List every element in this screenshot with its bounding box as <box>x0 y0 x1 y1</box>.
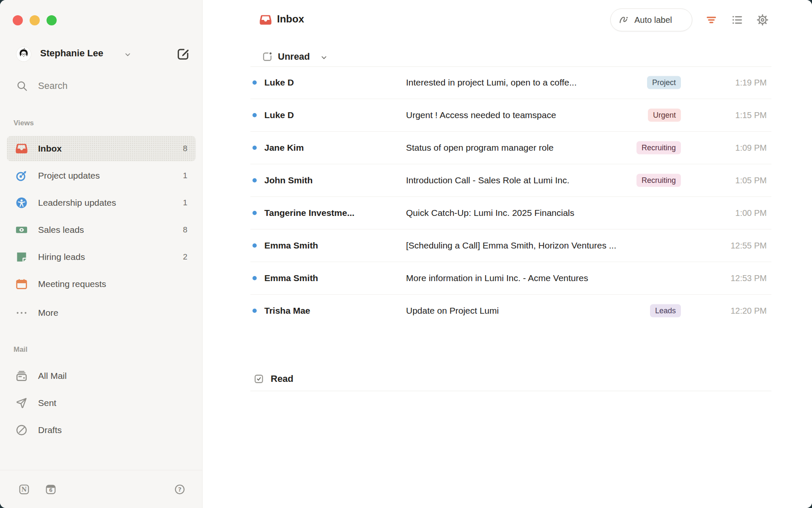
draft-icon <box>15 424 28 436</box>
mail-section-label: Mail <box>14 345 27 354</box>
sidebar-item-count: 8 <box>183 217 187 243</box>
sidebar-item-project-updates[interactable]: Project updates1 <box>7 163 196 188</box>
unread-status-icon <box>261 51 273 63</box>
email-row[interactable]: Luke DUrgent ! Access needed to teamspac… <box>250 99 771 132</box>
email-row[interactable]: Jane KimStatus of open program manager r… <box>250 132 771 164</box>
minimize-window-button[interactable] <box>30 15 40 25</box>
email-row[interactable]: John SmithIntroduction Call - Sales Role… <box>250 164 771 197</box>
email-sender: Trisha Mae <box>264 306 310 316</box>
list-divider <box>250 391 771 391</box>
unread-dot <box>252 80 257 85</box>
auto-label-button[interactable]: Auto label <box>610 8 692 31</box>
email-subject: Introduction Call - Sales Role at Lumi I… <box>406 175 569 185</box>
email-sender: Jane Kim <box>264 143 304 153</box>
sidebar-item-label: Leadership updates <box>38 190 116 215</box>
filter-button[interactable] <box>705 14 718 26</box>
sidebar-item-label: Drafts <box>38 417 62 443</box>
email-subject: Quick Catch-Up: Lumi Inc. 2025 Financial… <box>406 208 574 218</box>
note-icon <box>15 251 28 263</box>
sidebar-item-count: 2 <box>183 244 187 270</box>
sidebar: Stephanie Lee Search Views Inbox8Project… <box>0 0 203 508</box>
email-time: 1:00 PM <box>735 208 767 218</box>
email-time: 12:20 PM <box>730 306 767 316</box>
list-view-icon <box>731 14 743 26</box>
sidebar-item-hiring-leads[interactable]: Hiring leads2 <box>7 244 196 270</box>
email-sender: Tangerine Investme... <box>264 208 354 218</box>
calendar-app-icon: 6 <box>45 483 57 495</box>
email-label-badge[interactable]: Recruiting <box>636 141 681 155</box>
email-time: 1:09 PM <box>735 143 767 153</box>
sidebar-item-label: Sales leads <box>38 217 84 243</box>
email-sender: Emma Smith <box>264 240 318 251</box>
account-name[interactable]: Stephanie Lee <box>40 48 103 59</box>
main-content: Inbox Auto label Unread Luke DInterested… <box>203 0 812 508</box>
search-button[interactable]: Search <box>0 76 202 97</box>
read-checkbox-icon[interactable] <box>253 373 265 385</box>
settings-button[interactable] <box>756 14 769 26</box>
sidebar-item-all-mail[interactable]: All Mail <box>7 363 196 389</box>
sidebar-item-leadership-updates[interactable]: Leadership updates1 <box>7 190 196 215</box>
sidebar-item-drafts[interactable]: Drafts <box>7 417 196 443</box>
email-row[interactable]: Trisha MaeUpdate on Project LumiLeads12:… <box>250 295 771 327</box>
unread-dot <box>252 211 257 215</box>
help-button[interactable]: ? <box>174 483 186 495</box>
page-title: Inbox <box>277 13 304 25</box>
email-time: 1:15 PM <box>735 110 767 120</box>
email-row[interactable]: Luke DInterested in project Lumi, open t… <box>250 66 771 99</box>
email-subject: More information in Lumi Inc. - Acme Ven… <box>406 273 588 283</box>
svg-text:6: 6 <box>49 487 52 493</box>
email-list: Luke DInterested in project Lumi, open t… <box>250 66 771 327</box>
search-icon <box>16 80 28 92</box>
email-label-badge[interactable]: Recruiting <box>636 174 681 187</box>
sidebar-item-meeting-requests[interactable]: Meeting requests <box>7 271 196 297</box>
email-time: 12:53 PM <box>730 273 767 283</box>
email-sender: John Smith <box>264 175 313 185</box>
inbox-icon <box>15 142 28 155</box>
person-icon <box>15 196 28 209</box>
sidebar-item-sent[interactable]: Sent <box>7 390 196 416</box>
list-view-button[interactable] <box>731 14 743 26</box>
email-label-badge[interactable]: Project <box>647 76 681 89</box>
filter-icon <box>705 14 718 26</box>
sidebar-item-count: 8 <box>183 136 187 161</box>
email-subject: Urgent ! Access needed to teamspace <box>406 110 556 120</box>
sidebar-item-label: All Mail <box>38 363 67 389</box>
email-row[interactable]: Emma Smith[Scheduling a Call] Emma Smith… <box>250 229 771 262</box>
calendar-app-button[interactable]: 6 <box>45 483 57 495</box>
compose-icon <box>176 47 190 61</box>
chevron-down-icon[interactable] <box>320 53 328 62</box>
email-label-badge[interactable]: Urgent <box>648 109 681 122</box>
chevron-down-icon[interactable] <box>123 50 132 59</box>
email-subject: Update on Project Lumi <box>406 306 499 316</box>
close-window-button[interactable] <box>13 15 23 25</box>
zoom-window-button[interactable] <box>47 15 57 25</box>
money-icon <box>15 224 28 236</box>
email-row[interactable]: Emma SmithMore information in Lumi Inc. … <box>250 262 771 295</box>
help-icon: ? <box>174 483 186 495</box>
email-time: 1:19 PM <box>735 78 767 88</box>
unread-dot <box>252 178 257 182</box>
unread-dot <box>252 243 257 248</box>
email-time: 1:05 PM <box>735 176 767 185</box>
sidebar-item-label: Hiring leads <box>38 244 85 270</box>
avatar[interactable] <box>16 47 31 62</box>
email-sender: Emma Smith <box>264 273 318 283</box>
email-label-badge[interactable]: Leads <box>650 304 681 318</box>
search-label: Search <box>38 80 68 91</box>
email-sender: Luke D <box>264 110 294 120</box>
email-row[interactable]: Tangerine Investme...Quick Catch-Up: Lum… <box>250 197 771 229</box>
sidebar-item-inbox[interactable]: Inbox8 <box>7 136 196 161</box>
sidebar-item-label: Project updates <box>38 163 100 188</box>
unread-dot <box>252 146 257 150</box>
calendar-icon <box>15 278 28 290</box>
sidebar-item-count: 1 <box>183 163 187 188</box>
unread-dot <box>252 113 257 117</box>
email-subject: Interested in project Lumi, open to a co… <box>406 77 577 88</box>
email-subject: Status of open program manager role <box>406 143 554 153</box>
sidebar-item-more[interactable]: More <box>7 300 196 326</box>
notion-app-button[interactable]: N <box>18 483 30 495</box>
sidebar-footer-divider <box>0 470 202 470</box>
svg-text:?: ? <box>178 486 181 493</box>
sidebar-item-sales-leads[interactable]: Sales leads8 <box>7 217 196 243</box>
compose-button[interactable] <box>176 47 190 61</box>
